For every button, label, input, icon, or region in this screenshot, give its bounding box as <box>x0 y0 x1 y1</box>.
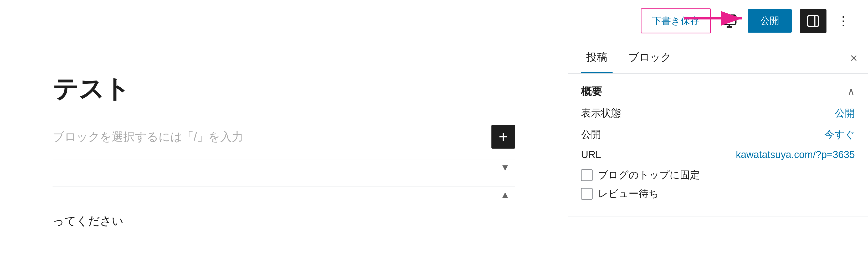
sidebar: 投稿 ブロック × 概要 ∧ 表示状態 公開 公開 今すぐ URL kawata… <box>568 42 868 263</box>
pin-checkbox[interactable] <box>581 169 593 181</box>
sidebar-icon <box>806 14 820 28</box>
visibility-label: 表示状態 <box>581 107 621 120</box>
collapse-up-button[interactable]: ▲ <box>495 186 515 203</box>
toolbar: 下書き保存 公開 ⋮ <box>0 0 868 42</box>
post-title[interactable]: テスト <box>53 74 515 104</box>
arrow-annotation <box>681 5 747 32</box>
divider-row-up: ▲ <box>53 186 515 203</box>
pin-label: ブログのトップに固定 <box>598 168 700 182</box>
pin-checkbox-row: ブログのトップに固定 <box>581 168 855 182</box>
publish-row: 公開 今すぐ <box>581 128 855 141</box>
section-header: 概要 ∧ <box>581 84 855 98</box>
block-placeholder-row: ブロックを選択するには「/」を入力 + <box>53 125 515 149</box>
chevron-up-icon: ∧ <box>847 86 855 97</box>
more-options-button[interactable]: ⋮ <box>834 12 852 30</box>
main-content: テスト ブロックを選択するには「/」を入力 + ▼ ▲ ってください <box>0 42 568 263</box>
tab-block[interactable]: ブロック <box>623 42 677 74</box>
sidebar-close-button[interactable]: × <box>850 51 858 65</box>
review-checkbox[interactable] <box>581 188 593 200</box>
review-checkbox-row: レビュー待ち <box>581 187 855 200</box>
close-icon: × <box>850 51 858 65</box>
visibility-value[interactable]: 公開 <box>835 107 855 120</box>
bottom-content-text: ってください <box>53 213 515 229</box>
block-placeholder-text[interactable]: ブロックを選択するには「/」を入力 <box>53 129 243 145</box>
section-title: 概要 <box>581 84 602 98</box>
url-value[interactable]: kawatatsuya.com/?p=3635 <box>736 149 855 160</box>
settings-button[interactable] <box>800 9 827 33</box>
url-label: URL <box>581 149 601 160</box>
publish-label: 公開 <box>581 128 601 141</box>
visibility-row: 表示状態 公開 <box>581 107 855 120</box>
plus-icon: + <box>498 129 508 145</box>
sidebar-tabs: 投稿 ブロック × <box>568 42 868 74</box>
more-icon: ⋮ <box>837 14 849 28</box>
url-row: URL kawatatsuya.com/?p=3635 <box>581 149 855 160</box>
svg-rect-5 <box>808 16 818 26</box>
publish-button[interactable]: 公開 <box>748 9 792 33</box>
section-collapse-button[interactable]: ∧ <box>847 86 855 97</box>
publish-value[interactable]: 今すぐ <box>825 128 855 141</box>
add-block-button[interactable]: + <box>491 125 515 149</box>
tab-post[interactable]: 投稿 <box>581 42 613 74</box>
collapse-down-button[interactable]: ▼ <box>495 159 515 176</box>
divider-row-down: ▼ <box>53 159 515 176</box>
sidebar-overview-section: 概要 ∧ 表示状態 公開 公開 今すぐ URL kawatatsuya.com/… <box>568 74 868 216</box>
review-label: レビュー待ち <box>598 187 659 200</box>
